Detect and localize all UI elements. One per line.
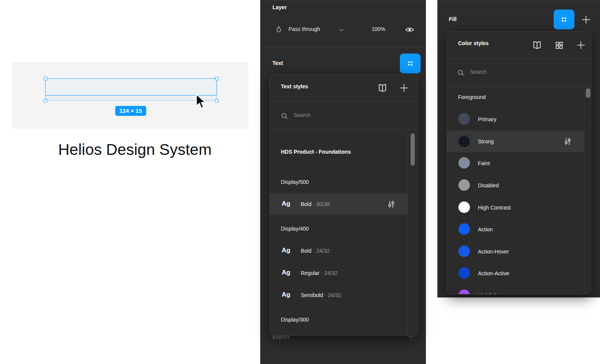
style-size: · 24/32 <box>313 248 330 254</box>
color-swatch <box>458 289 470 294</box>
style-label: Semibold · 24/32 <box>301 292 341 298</box>
color-style-row[interactable]: Disabled <box>447 174 584 196</box>
style-weight: Semibold <box>301 292 323 298</box>
color-style-label: Action-Hover <box>478 249 509 255</box>
style-size: · 24/32 <box>321 270 338 276</box>
color-style-row[interactable]: Action <box>447 218 584 240</box>
color-style-row[interactable]: Highlight <box>447 284 584 294</box>
style-size: · 30/38 <box>313 201 330 207</box>
style-group-label: Display/500 <box>281 179 309 185</box>
color-style-label: Highlight <box>478 292 499 294</box>
color-style-label: Disabled <box>478 182 499 188</box>
color-style-label: Faint <box>478 160 490 166</box>
style-size: · 24/32 <box>324 292 341 298</box>
text-style-row-selected[interactable]: Ag Bold · 30/38 <box>270 193 408 214</box>
section-divider <box>260 47 426 47</box>
color-styles-title: Color styles <box>458 40 489 46</box>
layer-opacity-field[interactable]: 100% <box>372 26 385 32</box>
edit-style-sliders-icon[interactable] <box>387 200 395 209</box>
color-styles-dropdown: Color styles Foreground <box>447 31 591 294</box>
canvas-text-layer[interactable]: Helios Design System <box>58 141 230 159</box>
color-swatch <box>458 267 470 279</box>
text-styles-search-input[interactable] <box>293 112 378 118</box>
text-section-title: Text <box>272 60 283 66</box>
text-style-row[interactable]: Ag Bold · 24/32 <box>270 240 408 261</box>
color-style-row[interactable]: Faint <box>447 152 584 174</box>
color-style-label: Action <box>478 226 493 232</box>
color-style-row[interactable]: Action-Active <box>447 262 584 284</box>
dropdown-divider <box>447 86 591 87</box>
layer-section-title: Layer <box>272 4 287 10</box>
color-style-row[interactable]: High Contrast <box>447 197 584 218</box>
style-group-label: Display/300 <box>281 317 309 323</box>
dropdown-divider <box>270 129 418 130</box>
color-swatch <box>458 223 470 235</box>
library-header: HDS Product - Foundations <box>281 149 351 155</box>
selection-handle-bottom-left[interactable] <box>44 99 47 102</box>
color-style-row[interactable]: Action-Hover <box>447 240 584 262</box>
color-style-row-selected[interactable]: Strong <box>447 130 584 152</box>
color-style-label: High Contrast <box>478 205 511 211</box>
text-style-row[interactable]: Ag Regular · 24/32 <box>270 262 408 283</box>
mouse-cursor-icon <box>196 94 209 109</box>
visibility-eye-icon[interactable] <box>405 25 414 34</box>
scrollbar-track <box>408 129 408 336</box>
style-sample: Ag <box>282 269 290 276</box>
chevron-down-icon[interactable] <box>339 28 344 32</box>
color-swatch <box>458 202 470 213</box>
style-label: Bold · 24/32 <box>301 248 330 254</box>
scrollbar-thumb[interactable] <box>411 133 415 166</box>
color-style-label: Strong <box>478 138 494 145</box>
selection-handle-top-right[interactable] <box>215 77 218 80</box>
style-sample: Ag <box>282 247 290 254</box>
add-style-icon[interactable] <box>575 39 587 51</box>
style-label: Bold · 30/38 <box>301 201 330 207</box>
dimension-badge: 124 × 15 <box>115 106 146 116</box>
figma-workspace: Helios Design System 124 × 15 Layer Pass… <box>0 0 600 364</box>
style-sample: Ag <box>282 291 290 299</box>
color-style-label: Action-Active <box>478 270 509 276</box>
text-style-row[interactable]: Ag Semibold · 24/32 <box>270 284 408 306</box>
color-swatch <box>458 245 470 257</box>
color-swatch <box>458 136 470 147</box>
color-group-header: Foreground <box>458 94 486 100</box>
selection-handle-bottom-right[interactable] <box>215 99 218 102</box>
add-style-icon[interactable] <box>398 82 410 94</box>
section-divider <box>260 352 426 353</box>
fill-style-picker-button[interactable] <box>554 10 574 29</box>
scrollbar-thumb[interactable] <box>586 88 590 98</box>
grid-view-icon[interactable] <box>553 39 565 51</box>
text-style-picker-button[interactable] <box>400 54 421 73</box>
edit-style-sliders-icon[interactable] <box>563 137 572 146</box>
color-swatch <box>458 113 470 125</box>
color-style-label: Primary <box>478 116 496 122</box>
text-layer-outline <box>45 78 217 96</box>
search-icon <box>457 69 465 76</box>
blend-mode-icon <box>274 25 283 34</box>
style-label: Regular · 24/32 <box>301 270 338 276</box>
color-swatch <box>458 179 470 191</box>
selection-handle-top-left[interactable] <box>44 77 47 80</box>
search-icon <box>281 112 288 120</box>
style-weight: Bold <box>301 201 311 207</box>
style-weight: Bold <box>301 248 311 254</box>
color-swatch <box>458 157 470 169</box>
style-weight: Regular <box>301 270 320 276</box>
blend-mode-select[interactable]: Pass through <box>289 26 320 32</box>
add-fill-icon[interactable] <box>581 15 591 24</box>
dropdown-divider <box>447 58 591 58</box>
text-styles-title: Text styles <box>281 83 308 89</box>
style-sample: Ag <box>282 200 290 208</box>
library-book-icon[interactable] <box>531 39 543 51</box>
dropdown-divider <box>270 101 418 102</box>
fill-section-title: Fill <box>449 16 457 22</box>
library-book-icon[interactable] <box>377 82 388 94</box>
scrollbar-track <box>584 86 584 294</box>
text-styles-dropdown: Text styles HDS Product - Foundations Di… <box>269 75 418 336</box>
style-group-label: Display/400 <box>281 226 309 232</box>
color-styles-search-input[interactable] <box>470 69 554 75</box>
color-style-row[interactable]: Primary <box>447 108 584 130</box>
